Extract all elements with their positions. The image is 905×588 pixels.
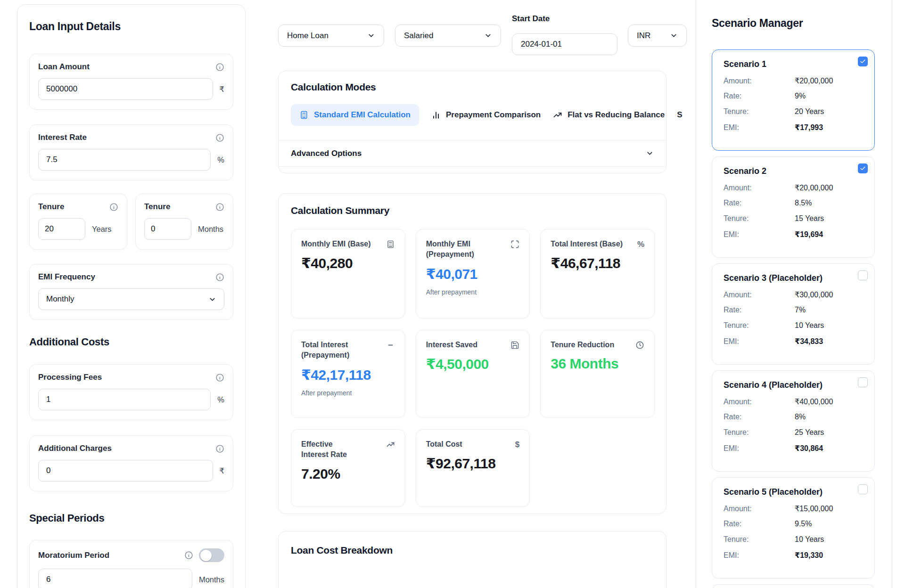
scenario-checkbox[interactable] bbox=[858, 484, 868, 494]
loan-type-select[interactable]: Home Loan bbox=[278, 24, 384, 47]
calculation-modes-title: Calculation Modes bbox=[291, 82, 376, 93]
interest-rate-label: Interest Rate bbox=[38, 133, 87, 142]
calculation-summary-card: Calculation Summary Monthly EMI (Base) ₹… bbox=[278, 193, 666, 514]
scenario-card[interactable]: Scenario 1 Amount:₹20,00,000 Rate:9% Ten… bbox=[712, 49, 875, 151]
tenure-years-label: Tenure bbox=[38, 202, 64, 212]
employment-type-value: Salaried bbox=[404, 31, 433, 41]
scenario-card[interactable]: Scenario 3 (Placeholder) Amount:₹30,00,0… bbox=[712, 263, 875, 365]
percent-suffix: % bbox=[217, 155, 224, 164]
rupee-suffix: ₹ bbox=[220, 85, 225, 94]
scenario-checkbox[interactable] bbox=[858, 163, 868, 173]
additional-charges-label: Additional Charges bbox=[38, 444, 112, 453]
loan-type-value: Home Loan bbox=[287, 31, 329, 41]
calculator-icon bbox=[386, 240, 395, 249]
summary-metric-card: Monthly EMI (Prepayment) ₹40,071 After p… bbox=[416, 229, 530, 318]
emi-frequency-value: Monthly bbox=[46, 294, 74, 304]
tenure-label: Tenure: bbox=[724, 214, 795, 223]
start-date-input[interactable]: 2024-01-01 bbox=[512, 33, 617, 55]
info-icon[interactable] bbox=[215, 444, 224, 453]
calculation-mode-tab[interactable]: Flat vs Reducing Balance bbox=[553, 104, 665, 126]
loan-amount-label: Loan Amount bbox=[38, 62, 90, 72]
info-icon[interactable] bbox=[215, 373, 224, 382]
additional-charges-input[interactable] bbox=[38, 460, 213, 482]
tenure-value: 10 Years bbox=[795, 321, 824, 330]
metric-value: ₹42,17,118 bbox=[301, 367, 395, 383]
scenario-card[interactable]: Scenario 5 (Placeholder) Amount:₹15,00,0… bbox=[712, 477, 875, 579]
calculation-mode-tab[interactable]: Prepayment Comparison bbox=[431, 104, 541, 126]
start-date-value: 2024-01-01 bbox=[521, 40, 562, 49]
info-icon[interactable] bbox=[215, 133, 224, 142]
calculation-mode-tab[interactable]: S bbox=[677, 104, 682, 126]
scenario-checkbox[interactable] bbox=[858, 377, 868, 387]
loan-cost-breakdown-card: Loan Cost Breakdown bbox=[278, 531, 666, 588]
scenario-name: Scenario 2 bbox=[724, 166, 863, 176]
info-icon[interactable] bbox=[215, 203, 224, 212]
tenure-value: 15 Years bbox=[795, 214, 824, 223]
amount-value: ₹20,00,000 bbox=[795, 183, 833, 192]
amount-value: ₹15,00,000 bbox=[795, 504, 833, 513]
amount-label: Amount: bbox=[724, 505, 795, 513]
scenario-checkbox[interactable] bbox=[858, 57, 868, 66]
start-date-group: Start Date 2024-01-01 bbox=[512, 14, 617, 55]
info-icon[interactable] bbox=[184, 551, 193, 560]
scenario-card[interactable]: Scenario 4 (Placeholder) Amount:₹40,00,0… bbox=[712, 370, 875, 472]
interest-rate-input[interactable] bbox=[38, 149, 211, 171]
months-suffix: Months bbox=[199, 575, 224, 584]
tenure-years-field: Tenure Years bbox=[29, 194, 127, 250]
toggle-knob bbox=[200, 550, 212, 561]
rate-value: 9% bbox=[795, 92, 806, 100]
additional-costs-heading: Additional Costs bbox=[29, 336, 233, 348]
scenario-name: Scenario 5 (Placeholder) bbox=[724, 487, 863, 497]
scenario-card[interactable]: Scenario 2 Amount:₹20,00,000 Rate:8.5% T… bbox=[712, 156, 875, 258]
scenario-name: Scenario 1 bbox=[724, 59, 863, 69]
metric-label: Interest Saved bbox=[426, 340, 477, 350]
emi-label: EMI: bbox=[724, 230, 795, 239]
rate-value: 7% bbox=[795, 306, 806, 314]
metric-value: ₹40,280 bbox=[301, 255, 395, 271]
summary-metric-card: Interest Saved ₹4,50,000 bbox=[416, 330, 530, 418]
percent-icon: % bbox=[637, 240, 644, 249]
scenario-checkbox[interactable] bbox=[858, 270, 868, 280]
tenure-years-input[interactable] bbox=[38, 218, 85, 240]
metric-subtext: After prepayment bbox=[426, 288, 520, 296]
emi-label: EMI: bbox=[724, 551, 795, 560]
emi-value: ₹19,694 bbox=[795, 230, 823, 239]
percent-suffix: % bbox=[217, 395, 224, 404]
tenure-value: 25 Years bbox=[795, 428, 824, 437]
scenario-manager-title: Scenario Manager bbox=[712, 17, 875, 30]
moratorium-toggle[interactable] bbox=[199, 548, 224, 562]
processing-fees-field: Processing Fees % bbox=[29, 364, 233, 420]
loan-amount-input[interactable] bbox=[38, 78, 213, 100]
scenario-card-partial[interactable] bbox=[712, 584, 875, 588]
tenure-months-input[interactable] bbox=[144, 218, 191, 240]
emi-value: ₹19,330 bbox=[795, 551, 823, 560]
months-suffix: Months bbox=[198, 225, 223, 234]
amount-label: Amount: bbox=[724, 77, 795, 85]
processing-fees-label: Processing Fees bbox=[38, 373, 102, 382]
emi-frequency-label: EMI Frequency bbox=[38, 272, 95, 282]
loan-cost-breakdown-title: Loan Cost Breakdown bbox=[291, 545, 393, 556]
tenure-months-label: Tenure bbox=[144, 202, 170, 212]
processing-fees-input[interactable] bbox=[38, 389, 211, 410]
rate-value: 8.5% bbox=[795, 199, 812, 207]
info-icon[interactable] bbox=[215, 273, 224, 282]
tenure-label: Tenure: bbox=[724, 107, 795, 116]
metric-value: ₹4,50,000 bbox=[426, 356, 520, 372]
metric-value: ₹92,67,118 bbox=[426, 455, 520, 472]
save-icon bbox=[510, 341, 519, 350]
metric-subtext: After prepayment bbox=[301, 389, 395, 397]
advanced-options-toggle[interactable]: Advanced Options bbox=[279, 140, 666, 167]
moratorium-input[interactable] bbox=[38, 569, 192, 588]
employment-type-select[interactable]: Salaried bbox=[395, 24, 501, 47]
currency-select[interactable]: INR bbox=[628, 24, 687, 47]
rupee-suffix: ₹ bbox=[220, 466, 225, 475]
emi-frequency-select[interactable]: Monthly bbox=[38, 288, 224, 310]
metric-label: Monthly EMI (Base) bbox=[301, 239, 371, 249]
emi-value: ₹17,993 bbox=[795, 123, 823, 132]
info-icon[interactable] bbox=[215, 63, 224, 72]
years-suffix: Years bbox=[92, 225, 112, 234]
loan-input-panel: Loan Input Details Loan Amount ₹ Interes… bbox=[17, 4, 246, 588]
rate-label: Rate: bbox=[724, 413, 795, 421]
calculation-mode-tab[interactable]: Standard EMI Calculation bbox=[291, 104, 419, 126]
info-icon[interactable] bbox=[109, 203, 118, 212]
